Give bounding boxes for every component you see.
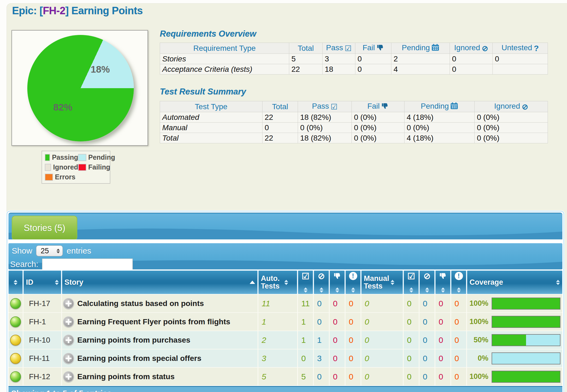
expand-plus-icon[interactable] [63, 353, 74, 364]
pie-label-passing: 82% [53, 102, 72, 113]
auto-fail-count: 0 [330, 368, 345, 385]
story-id: FH-12 [23, 368, 61, 385]
manual-error-count: 0 [451, 349, 466, 367]
entries-label: entries [67, 246, 91, 256]
story-id: FH-10 [23, 331, 61, 349]
search-input[interactable] [42, 259, 133, 269]
manual-fail-count: 0 [435, 349, 450, 367]
passing-swatch-icon [45, 154, 50, 161]
header-manual-skipped-column[interactable]: ⊘ [420, 271, 435, 294]
page-size-select[interactable]: 25 [36, 245, 63, 256]
sum-ignored-cell: 0 (0%) [475, 112, 548, 123]
legend-label: Passing [52, 153, 78, 161]
col-total: Total [262, 101, 298, 112]
expand-plus-icon[interactable] [63, 371, 74, 382]
manual-pass-count: 0 [404, 368, 419, 385]
header-manual-error-column[interactable]: ! [451, 271, 466, 294]
manual-error-count: 0 [451, 331, 466, 349]
error-exclamation-icon: ! [349, 272, 357, 280]
status-ball-icon [10, 371, 21, 382]
header-id-column[interactable]: ID [23, 271, 61, 294]
col-pending: Pending [391, 43, 450, 54]
coverage-bar [492, 352, 560, 364]
req-pass-cell: 3 [323, 54, 355, 64]
header-auto-error-column[interactable]: ! [345, 271, 361, 294]
expand-plus-icon[interactable] [63, 335, 74, 346]
expand-plus-icon[interactable] [63, 316, 74, 327]
search-control: Search: [10, 259, 133, 269]
req-type-cell: Stories [160, 54, 289, 64]
legend-item-ignored: Ignored [45, 163, 78, 171]
header-manual-fail-column[interactable] [435, 271, 450, 294]
summary-row-manual: Manual 0 0 (0%) 0 (0%) 0 (0%) 0 (0%) [160, 123, 548, 133]
header-status-column[interactable] [8, 271, 23, 294]
header-manual-tests-column[interactable]: Manual Tests [361, 271, 403, 294]
manual-tests-total: 0 [361, 295, 403, 312]
tab-stories-label: Stories (5) [24, 223, 65, 233]
expand-plus-icon[interactable] [63, 298, 74, 309]
sort-icon [409, 287, 413, 293]
header-story-column[interactable]: Story [62, 271, 258, 294]
req-pass-cell: 18 [323, 64, 355, 75]
auto-pass-count: 0 [298, 349, 313, 367]
sort-icon [556, 280, 560, 285]
col-fail: Fail [355, 43, 391, 54]
page-title-post: ] Earning Points [65, 5, 143, 16]
manual-fail-count: 0 [435, 313, 450, 331]
page-title-pre: Epic: [ [12, 5, 43, 16]
manual-skipped-count: 0 [420, 368, 435, 385]
manual-skipped-count: 0 [420, 295, 435, 312]
pending-calendar-icon [450, 102, 458, 111]
header-auto-skipped-column[interactable]: ⊘ [314, 271, 329, 294]
auto-tests-total: 2 [258, 331, 297, 349]
auto-fail-count: 0 [330, 295, 345, 312]
manual-fail-count: 0 [435, 331, 450, 349]
story-id: FH-17 [23, 295, 61, 312]
auto-pass-count: 1 [298, 331, 313, 349]
col-pass: Pass☑ [323, 43, 355, 54]
auto-error-count: 0 [345, 368, 361, 385]
header-manual-pass-column[interactable]: ☑ [404, 271, 419, 294]
auto-tests-total: 5 [258, 368, 297, 385]
page-size-control: Show 25 entries [12, 245, 91, 256]
status-ball-icon [10, 298, 21, 309]
req-type-cell: Acceptance Criteria (tests) [160, 64, 289, 75]
manual-skipped-count: 0 [420, 331, 435, 349]
table-row: FH-11 Earning points from special offers… [8, 349, 562, 367]
sort-icon [55, 280, 59, 285]
manual-fail-count: 0 [435, 368, 450, 385]
auto-tests-total: 11 [258, 295, 297, 312]
legend-label: Failing [88, 163, 110, 171]
ignored-swatch-icon [45, 164, 51, 171]
tab-stories[interactable]: Stories (5) [12, 216, 77, 239]
sum-pending-cell: 0 (0%) [404, 123, 475, 133]
auto-fail-count: 0 [330, 313, 345, 331]
sort-icon [320, 287, 323, 293]
sum-fail-cell: 0 (0%) [352, 133, 404, 143]
coverage-percent: 0% [467, 354, 488, 363]
pass-checkbox-icon: ☑ [302, 272, 309, 281]
manual-tests-total: 0 [361, 349, 403, 367]
pass-checkbox-icon: ☑ [331, 102, 338, 111]
coverage-percent: 100% [467, 372, 488, 381]
sum-pending-cell: 4 (18%) [404, 112, 475, 123]
stories-table-body: FH-17 Calculating status based on points… [8, 294, 562, 385]
header-coverage-column[interactable]: Coverage [467, 271, 562, 294]
status-ball-icon [10, 335, 21, 346]
auto-error-count: 0 [345, 331, 361, 349]
auto-pass-count: 5 [298, 368, 313, 385]
story-id: FH-1 [23, 313, 61, 331]
header-auto-tests-column[interactable]: Auto. Tests [258, 271, 297, 294]
coverage-percent: 100% [467, 317, 488, 326]
table-row: FH-1 Earning Frequent Flyer points from … [8, 313, 562, 331]
coverage-percent: 100% [467, 299, 488, 308]
header-auto-pass-column[interactable]: ☑ [298, 271, 313, 294]
table-controls-banner: Show 25 entries Search: [8, 243, 562, 269]
sort-icon [304, 287, 308, 293]
col-requirement-type: Requirement Type [160, 43, 289, 54]
col-test-type: Test Type [160, 101, 262, 112]
header-auto-fail-column[interactable] [330, 271, 345, 294]
status-ball-icon [10, 316, 21, 327]
sum-fail-cell: 0 (0%) [352, 112, 404, 123]
ignored-no-entry-icon: ⊘ [522, 102, 528, 111]
